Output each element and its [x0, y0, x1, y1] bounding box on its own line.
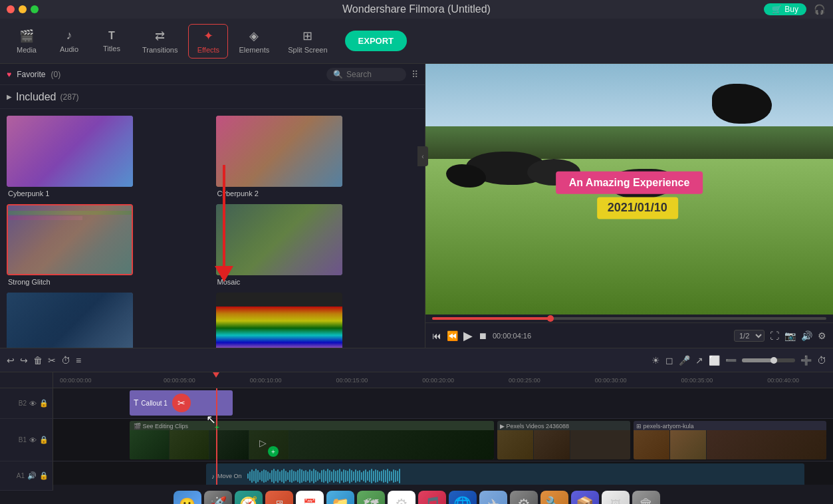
progress-bar-fill [432, 317, 550, 320]
ruler-mark-2: 00:00:10:00 [223, 377, 309, 384]
progress-knob[interactable] [547, 315, 554, 322]
audio-lock-icon[interactable]: 🔒 [39, 471, 49, 480]
effect-item-mosaic[interactable]: Mosaic [216, 204, 419, 286]
close-button[interactable] [7, 5, 15, 13]
effect-item-cyberpunk1[interactable]: Cyberpunk 1 [7, 116, 209, 197]
dock-calendar[interactable]: 📅 [296, 491, 324, 505]
stop-button[interactable]: ⏹ [478, 330, 487, 341]
step-back-button[interactable]: ⏮ [432, 330, 441, 341]
callout-text-icon: T [134, 398, 138, 408]
toolbar-titles[interactable]: T Titles [92, 26, 132, 57]
toolbar-media[interactable]: 🎬 Media [7, 25, 47, 58]
callout1-clip[interactable]: T Callout 1 ✂ [130, 390, 233, 416]
collapse-panel-button[interactable]: ‹ [417, 146, 428, 166]
zoom-out-icon[interactable]: ☀ [652, 355, 660, 366]
volume-button[interactable]: 🔊 [801, 330, 812, 341]
dock-music[interactable]: 🎵 [418, 491, 446, 505]
effect-thumb-strongglitch [7, 204, 133, 275]
headphone-icon: 🎧 [814, 4, 825, 15]
toolbar-elements[interactable]: ◈ Elements [231, 25, 277, 58]
progress-bar[interactable] [432, 317, 826, 320]
dock-settings[interactable]: ⚙ [510, 491, 538, 505]
pexels-clip1-label: ▶ Pexels Videos 2436088 [500, 423, 569, 430]
track1-lock-icon[interactable]: 🔒 [39, 436, 49, 444]
settings-playback-button[interactable]: ⚙ [818, 330, 826, 341]
main-video-clip[interactable]: 🎬 See Editing Clips ▷ + [130, 421, 494, 459]
ruler-mark-4: 00:00:20:00 [395, 377, 481, 384]
pexels-clip2[interactable]: ⊞ pexels-artyom-kula [634, 421, 826, 459]
export-timeline-button[interactable]: ↗ [695, 355, 703, 366]
dock-files[interactable]: 📁 [326, 491, 354, 505]
undo-button[interactable]: ↩ [7, 355, 15, 366]
pip-button[interactable]: ⬜ [709, 355, 720, 366]
export-button[interactable]: EXPORT [345, 31, 407, 51]
zoom-plus-button[interactable]: ➕ [800, 355, 812, 366]
dock-chrome[interactable]: ⚙ [388, 491, 416, 505]
snapshot-button[interactable]: 📷 [784, 330, 796, 341]
effect-thumb-cyberpunk2 [216, 116, 342, 187]
duration-button[interactable]: ⏱ [61, 355, 70, 366]
filter-button[interactable]: ≡ [76, 355, 81, 366]
callout1-label: Callout 1 [141, 400, 167, 407]
mask-button[interactable]: ◻ [665, 355, 673, 366]
fullscreen-button[interactable]: ⛶ [770, 330, 779, 341]
tree-expand-icon[interactable]: ▶ [7, 93, 12, 100]
maximize-button[interactable] [31, 5, 39, 13]
effects-tree-count: (287) [60, 92, 79, 102]
toolbar-effects[interactable]: ✦ Effects [188, 24, 228, 59]
playhead-marker [213, 372, 219, 378]
effect-item-6[interactable] [216, 293, 419, 348]
grid-icon[interactable]: ⠿ [412, 69, 418, 80]
dock-trash[interactable]: 🗑 [632, 491, 660, 505]
dock-maps[interactable]: 🗺 [357, 491, 385, 505]
toolbar-transitions[interactable]: ⇄ Transitions [134, 25, 185, 58]
toolbar-split-screen-label: Split Screen [288, 46, 327, 54]
dock-app13[interactable]: 🔧 [540, 491, 568, 505]
play-button[interactable]: ▶ [463, 328, 473, 343]
track2-eye-icon[interactable]: 👁 [29, 400, 37, 408]
toolbar-audio[interactable]: ♪ Audio [49, 25, 89, 57]
audio-mute-icon[interactable]: 🔊 [27, 471, 37, 480]
toolbar-split-screen[interactable]: ⊞ Split Screen [280, 25, 335, 58]
timeline-scroll-area[interactable]: 00:00:00:00 00:00:05:00 00:00:10:00 00:0… [53, 372, 833, 485]
dock: 🙂 🚀 🧭 🖥 📅 📁 🗺 ⚙ 🎵 🌐 ✈ ⚙ 🔧 📦 🖼 🗑 [0, 484, 833, 504]
effect-thumb-cyberpunk1 [7, 116, 133, 187]
dock-app4[interactable]: 🖥 [265, 491, 293, 505]
track2-lock-icon[interactable]: 🔒 [39, 399, 49, 408]
track1-row: 🎬 See Editing Clips ▷ + [53, 419, 833, 461]
delete-button[interactable]: 🗑 [33, 355, 43, 366]
timeline-settings-button[interactable]: ⏱ [817, 355, 826, 366]
play-backward-button[interactable]: ⏪ [447, 330, 458, 341]
toolbar-effects-label: Effects [197, 46, 219, 54]
dock-app11[interactable]: ✈ [479, 491, 507, 505]
toolbar-transitions-label: Transitions [142, 46, 178, 54]
effects-icon: ✦ [203, 29, 213, 43]
audio-clip[interactable]: ♪ Move On [206, 463, 804, 485]
dock-launchpad[interactable]: 🚀 [204, 491, 232, 505]
favorite-count: (0) [51, 70, 60, 79]
timeline-ruler: 00:00:00:00 00:00:05:00 00:00:10:00 00:0… [53, 372, 833, 388]
pexels-clip1[interactable]: ▶ Pexels Videos 2436088 [497, 421, 630, 459]
dock-safari[interactable]: 🧭 [235, 491, 263, 505]
minimize-button[interactable] [19, 5, 27, 13]
effect-item-5[interactable] [7, 293, 209, 348]
track2-controls: B2 👁 🔒 [0, 388, 53, 419]
effects-tree-label: Included [16, 91, 57, 103]
dock-browser[interactable]: 🌐 [449, 491, 477, 505]
redo-button[interactable]: ↪ [20, 355, 28, 366]
mic-button[interactable]: 🎤 [679, 355, 690, 366]
track1-eye-icon[interactable]: 👁 [29, 436, 37, 444]
dock-app14[interactable]: 📦 [571, 491, 599, 505]
search-input[interactable] [346, 70, 400, 79]
buy-button[interactable]: 🛒 Buy [764, 3, 806, 15]
scissors-icon: ✂ [172, 394, 191, 412]
dock-finder[interactable]: 🙂 [174, 491, 201, 505]
track2-row: T Callout 1 ✂ [53, 388, 833, 419]
red-arrow-line [223, 165, 225, 271]
effect-item-cyberpunk2[interactable]: Cyberpunk 2 [216, 116, 419, 197]
dock-photos[interactable]: 🖼 [602, 491, 630, 505]
zoom-minus-button[interactable]: ➖ [725, 355, 737, 366]
speed-select[interactable]: 1/2 1/4 Full [734, 330, 765, 342]
effect-item-strongglitch[interactable]: Strong Glitch [7, 204, 209, 286]
cut-button[interactable]: ✂ [48, 355, 56, 366]
